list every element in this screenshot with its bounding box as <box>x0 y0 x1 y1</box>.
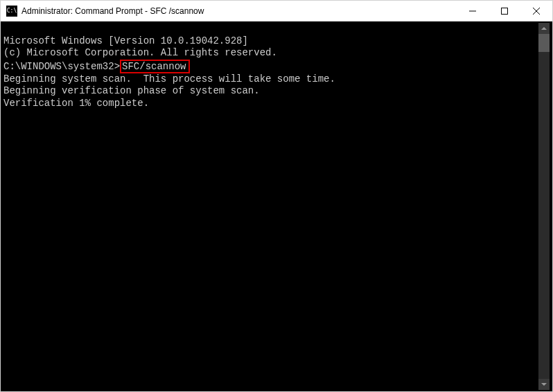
command-highlight: SFC/scannow <box>120 60 190 73</box>
command-prompt-window: C:\ Administrator: Command Prompt - SFC … <box>0 0 553 392</box>
chevron-down-icon <box>541 382 547 387</box>
scroll-track[interactable] <box>538 34 550 379</box>
terminal-area[interactable]: Microsoft Windows [Version 10.0.19042.92… <box>1 21 552 391</box>
minimize-button[interactable] <box>457 1 489 21</box>
scroll-down-button[interactable] <box>538 379 550 390</box>
scroll-thumb[interactable] <box>538 34 550 52</box>
close-button[interactable] <box>520 1 552 21</box>
svg-rect-1 <box>502 8 508 14</box>
close-icon <box>533 8 540 15</box>
prompt-prefix: C:\WINDOWS\system32> <box>3 61 120 72</box>
terminal-line: Beginning system scan. This process will… <box>3 73 538 86</box>
terminal-line: Verification 1% complete. <box>3 98 538 110</box>
minimize-icon <box>469 8 476 15</box>
cmd-icon: C:\ <box>6 6 17 17</box>
window-title: Administrator: Command Prompt - SFC /sca… <box>21 6 457 16</box>
vertical-scrollbar[interactable] <box>538 23 550 390</box>
terminal-prompt-line: C:\WINDOWS\system32>SFC/scannow <box>3 60 538 73</box>
cmd-icon-label: C:\ <box>7 8 17 14</box>
maximize-icon <box>501 8 508 15</box>
maximize-button[interactable] <box>489 1 520 21</box>
terminal-line: Beginning verification phase of system s… <box>3 85 538 98</box>
terminal-line: Microsoft Windows [Version 10.0.19042.92… <box>3 35 538 48</box>
window-controls <box>457 1 552 21</box>
chevron-up-icon <box>541 26 547 31</box>
terminal-content: Microsoft Windows [Version 10.0.19042.92… <box>3 23 538 390</box>
scroll-up-button[interactable] <box>538 23 550 34</box>
terminal-line: (c) Microsoft Corporation. All rights re… <box>3 47 538 60</box>
titlebar: C:\ Administrator: Command Prompt - SFC … <box>1 1 552 21</box>
